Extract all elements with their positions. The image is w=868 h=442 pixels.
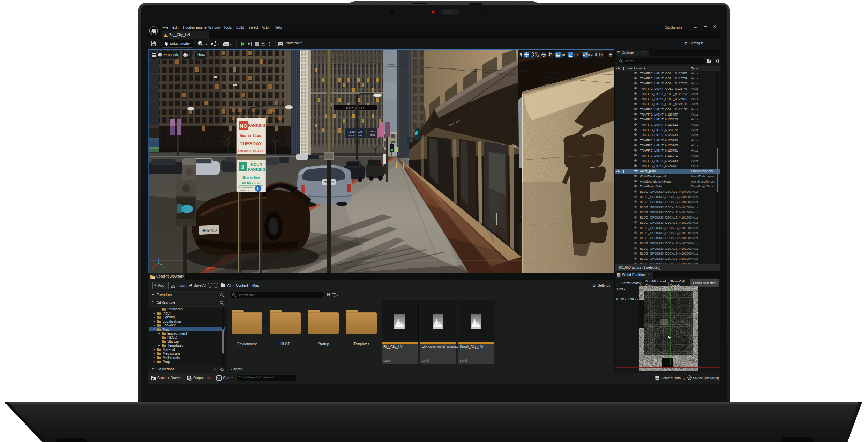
svg-text:MALL: MALL — [370, 134, 375, 136]
svg-text:PERMITS: PERMITS — [240, 189, 249, 191]
svg-text:MON - FRI: MON - FRI — [242, 181, 260, 185]
svg-text:4: 4 — [601, 53, 603, 57]
svg-text:NO: NO — [240, 123, 248, 129]
svg-text:2: 2 — [241, 164, 244, 170]
svg-text:STREET CLEANING*: STREET CLEANING* — [238, 150, 265, 153]
svg-text:L: L — [257, 187, 259, 191]
svg-text:▾: ▾ — [205, 43, 207, 46]
svg-text:10°: 10° — [574, 53, 579, 57]
svg-text:x: x — [152, 267, 154, 269]
svg-text:▾: ▾ — [217, 43, 219, 46]
svg-text:PARKING: PARKING — [248, 167, 265, 171]
svg-text:EXCEPT AREA: EXCEPT AREA — [238, 186, 252, 189]
svg-text:▾: ▾ — [230, 43, 231, 46]
svg-text:▾: ▾ — [337, 294, 338, 297]
svg-text:HOUR: HOUR — [251, 163, 262, 167]
svg-text:y: y — [164, 266, 165, 269]
svg-text:MISSION: MISSION — [369, 131, 377, 133]
svg-text:TUESDAY: TUESDAY — [240, 141, 262, 146]
svg-text:10: 10 — [561, 53, 565, 57]
svg-text:PARKING: PARKING — [248, 123, 265, 127]
svg-text:0.25: 0.25 — [588, 53, 594, 57]
svg-text:9FG458: 9FG458 — [202, 228, 217, 233]
